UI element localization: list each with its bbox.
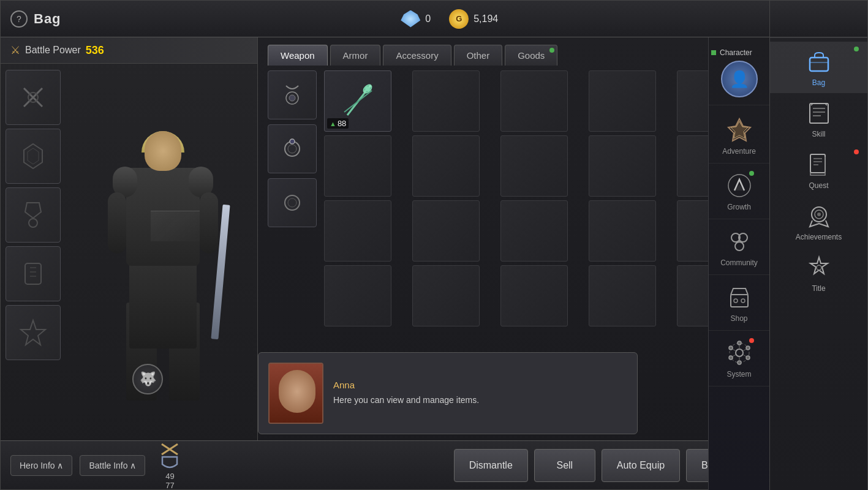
equip-preview-column [268,70,317,352]
svg-line-16 [344,91,372,112]
preview-slot-ring2[interactable] [268,178,317,227]
grid-cell-9[interactable] [589,135,656,197]
svg-point-19 [369,85,371,88]
stat2-value: 77 [165,481,174,490]
gold-value: 5,194 [474,13,498,24]
svg-point-28 [734,299,738,303]
nav-achievements[interactable]: Achievements [770,196,867,247]
battle-power-bar: ⚔ Battle Power 536 [1,37,257,64]
character-section-label: Character [720,48,752,57]
npc-text: Here you can view and manage items. [333,394,479,407]
system-label: System [726,370,751,379]
bottom-bar: Hero Info ∧ Battle Info ∧ 49 77 Dismantl… [1,440,771,489]
grid-cell-weapon[interactable]: ▲ 88 [324,70,391,132]
svg-rect-4 [25,263,41,284]
gold-icon: G [449,9,469,29]
side-nav-shop[interactable]: Shop [709,275,769,331]
tab-weapon[interactable]: Weapon [268,45,328,66]
system-icon [725,338,754,368]
sword-icon: ⚔ [10,43,20,57]
grid-cell-6[interactable] [324,135,391,197]
svg-point-14 [288,198,296,207]
equip-slot-4[interactable] [6,246,61,301]
nav-skill[interactable]: Skill [770,93,867,145]
goods-dot [549,48,554,53]
svg-point-33 [746,346,750,350]
npc-dialog: Anna Here you can view and manage items. [258,352,638,434]
preview-slot-necklace[interactable] [268,70,317,119]
preview-slot-ring1[interactable] [268,124,317,173]
character-active-dot [711,50,716,55]
growth-icon [725,171,754,200]
grid-cell-7[interactable] [412,135,480,197]
side-nav-growth[interactable]: Growth [709,164,769,219]
svg-line-39 [743,349,746,351]
quest-label: Quest [809,181,828,190]
right-nav-section: Bag Skill [770,37,867,303]
grid-cell-4[interactable] [589,70,656,132]
grid-cell-14[interactable] [589,200,656,262]
nav-bag[interactable]: Bag [770,42,867,93]
bag-dot [854,47,859,51]
side-navigation: Character 👤 Adventure Gr [708,37,769,490]
help-button[interactable]: ? [10,10,28,28]
svg-rect-44 [810,58,828,71]
dismantle-button[interactable]: Dismantle [454,449,528,482]
tab-armor[interactable]: Armor [330,45,381,66]
equip-slot-2[interactable] [6,129,61,184]
tab-goods[interactable]: Goods [505,45,557,66]
grid-cell-3[interactable] [500,70,568,132]
hero-info-button[interactable]: Hero Info ∧ [10,455,72,476]
svg-line-40 [743,355,746,356]
npc-name: Anna [333,380,479,390]
side-nav-system[interactable]: System [709,331,769,386]
item-power-badge: ▲ 88 [327,118,349,129]
tab-other[interactable]: Other [454,45,503,66]
tab-accessory[interactable]: Accessory [383,45,451,66]
grid-cell-2[interactable] [412,70,480,132]
equip-slot-1[interactable] [6,70,61,125]
grid-cell-16[interactable] [324,265,391,326]
stats-values: 49 77 [165,472,174,490]
svg-point-37 [729,346,733,350]
achievements-icon [805,202,833,230]
grid-cell-11[interactable] [324,200,391,262]
battle-power-value: 536 [86,44,104,57]
sell-button[interactable]: Sell [534,449,595,482]
side-nav-community[interactable]: Community [709,219,769,275]
side-nav-adventure[interactable]: Adventure [709,108,769,164]
growth-label: Growth [727,203,751,211]
grid-cell-18[interactable] [500,265,568,326]
svg-point-34 [746,356,750,360]
diamond-currency: 0 [401,10,431,28]
grid-cell-12[interactable] [412,200,480,262]
diamond-value: 0 [425,13,431,24]
equip-slot-3[interactable] [6,187,61,243]
grid-cell-8[interactable] [500,135,568,197]
gold-currency: G 5,194 [449,9,498,29]
grid-cell-17[interactable] [412,265,480,326]
battle-info-button[interactable]: Battle Info ∧ [80,455,145,476]
item-power-value: 88 [338,119,346,128]
svg-point-29 [741,299,745,303]
window-title: Bag [34,11,61,27]
svg-point-3 [29,219,37,227]
tabs-row: Weapon Armor Accessory Other Goods [258,37,771,66]
quest-icon [805,151,833,179]
grid-cell-19[interactable] [589,265,656,326]
nav-quest[interactable]: Quest [770,145,867,196]
adventure-label: Adventure [722,147,756,156]
achievements-label: Achievements [796,233,842,241]
top-bar: ? Bag 0 G 5,194 ✕ [1,1,867,37]
auto-equip-button[interactable]: Auto Equip [602,449,680,482]
left-panel: ⚔ Battle Power 536 [1,37,258,454]
title-icon [805,254,833,282]
character-avatar[interactable]: 👤 [721,61,758,97]
svg-rect-27 [731,295,748,307]
grid-cell-13[interactable] [500,200,568,262]
svg-point-32 [738,341,741,345]
nav-title[interactable]: Title [770,247,867,299]
adventure-icon [725,115,754,145]
title-label: Title [812,284,825,293]
equip-slot-5[interactable] [6,305,61,360]
